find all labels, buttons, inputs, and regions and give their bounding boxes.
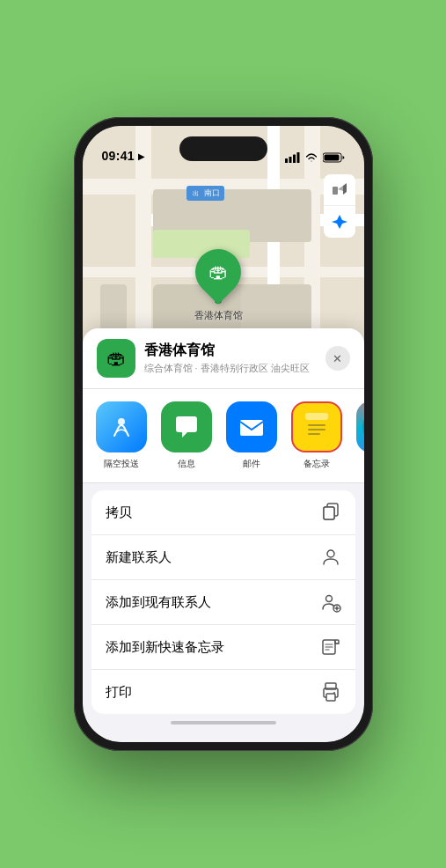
map-controls[interactable] [324, 174, 355, 238]
action-quick-note-label: 添加到新快速备忘录 [106, 639, 224, 656]
airdrop-label: 隔空投送 [104, 458, 139, 470]
svg-rect-16 [324, 507, 334, 519]
svg-rect-0 [285, 158, 288, 163]
svg-rect-1 [289, 157, 291, 163]
action-add-contact[interactable]: 添加到现有联系人 [91, 580, 355, 625]
dynamic-island [179, 136, 267, 161]
signal-icon [285, 152, 300, 163]
svg-point-18 [325, 596, 332, 602]
pin-label: 香港体育馆 [194, 309, 243, 322]
svg-rect-6 [333, 187, 338, 195]
location-subtitle: 综合体育馆 · 香港特别行政区 油尖旺区 [144, 362, 317, 375]
svg-rect-2 [293, 155, 296, 164]
phone-frame: 09:41 ▶ [74, 117, 373, 751]
action-new-contact-label: 新建联系人 [106, 549, 172, 566]
location-status-icon: ▶ [138, 151, 145, 161]
svg-point-24 [333, 692, 335, 694]
nankou-label: 出 南口 [186, 186, 224, 201]
location-info: 香港体育馆 综合体育馆 · 香港特别行政区 油尖旺区 [144, 342, 317, 375]
action-copy[interactable]: 拷贝 [91, 490, 355, 535]
person-icon [320, 547, 341, 568]
stadium-pin-icon: 🏟 [208, 261, 228, 283]
phone-screen: 09:41 ▶ [83, 126, 364, 742]
share-row: 隔空投送 信息 [83, 389, 364, 483]
svg-rect-10 [305, 413, 328, 420]
battery-icon [323, 152, 345, 163]
svg-rect-5 [324, 155, 339, 161]
more-icon: ··· [356, 401, 364, 452]
svg-point-7 [118, 418, 125, 425]
svg-rect-3 [296, 152, 299, 163]
svg-rect-23 [326, 694, 335, 701]
action-print-label: 打印 [106, 684, 132, 701]
svg-rect-13 [308, 433, 320, 435]
status-time: 09:41 [102, 149, 135, 163]
action-list: 拷贝 新建联系人 添加到现有联 [91, 490, 355, 714]
notes-icon [291, 401, 342, 452]
home-indicator [171, 721, 276, 725]
stadium-pin[interactable]: 🏟 香港体育馆 [194, 249, 243, 322]
location-button[interactable] [324, 206, 355, 238]
share-item-notes[interactable]: 备忘录 [287, 401, 347, 470]
person-add-icon [320, 592, 341, 613]
mail-label: 邮件 [243, 458, 260, 470]
svg-rect-12 [308, 429, 325, 430]
action-add-contact-label: 添加到现有联系人 [106, 594, 211, 611]
wifi-icon [304, 152, 318, 163]
location-card: 🏟 香港体育馆 综合体育馆 · 香港特别行政区 油尖旺区 ✕ [83, 328, 364, 389]
status-icons [285, 152, 345, 163]
airdrop-icon [96, 401, 147, 452]
mail-icon [226, 401, 277, 452]
svg-rect-11 [308, 424, 325, 426]
action-copy-label: 拷贝 [106, 504, 132, 521]
svg-point-17 [327, 550, 334, 557]
note-icon [320, 636, 341, 658]
share-item-more[interactable]: ··· 推 [352, 401, 364, 470]
close-button[interactable]: ✕ [325, 346, 350, 371]
share-item-mail[interactable]: 邮件 [222, 401, 281, 470]
notes-label: 备忘录 [303, 458, 330, 470]
action-quick-note[interactable]: 添加到新快速备忘录 [91, 625, 355, 670]
messages-icon [161, 401, 212, 452]
copy-icon [320, 502, 341, 523]
action-print[interactable]: 打印 [91, 670, 355, 714]
messages-label: 信息 [178, 458, 195, 470]
share-item-messages[interactable]: 信息 [157, 401, 216, 470]
svg-rect-8 [240, 420, 263, 436]
location-card-icon: 🏟 [97, 339, 135, 378]
action-new-contact[interactable]: 新建联系人 [91, 535, 355, 580]
pin-circle: 🏟 [186, 239, 251, 305]
share-item-airdrop[interactable]: 隔空投送 [91, 401, 151, 470]
bottom-sheet: 🏟 香港体育馆 综合体育馆 · 香港特别行政区 油尖旺区 ✕ [83, 328, 364, 742]
print-icon [320, 681, 341, 702]
map-type-button[interactable] [324, 174, 355, 206]
location-name: 香港体育馆 [144, 342, 317, 360]
